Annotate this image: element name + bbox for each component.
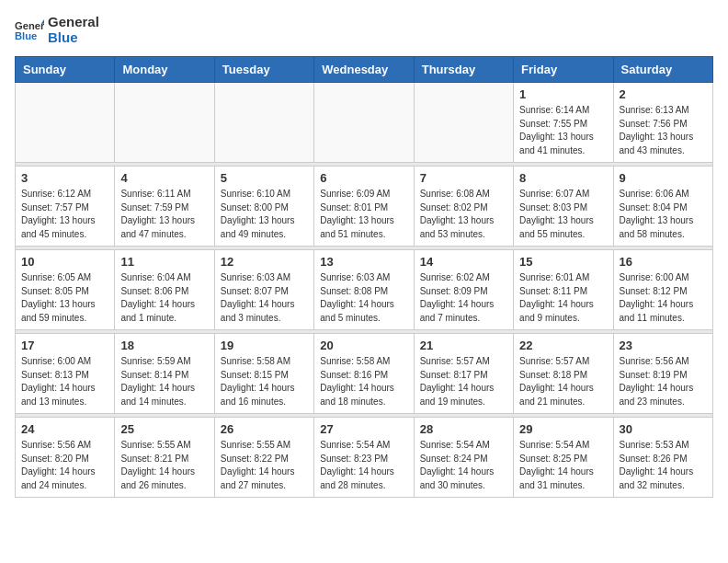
day-number: 3 bbox=[21, 171, 108, 185]
day-info: Sunrise: 6:09 AMSunset: 8:01 PMDaylight:… bbox=[320, 188, 407, 241]
calendar-day-header: Wednesday bbox=[314, 57, 414, 83]
calendar-cell: 11Sunrise: 6:04 AMSunset: 8:06 PMDayligh… bbox=[115, 250, 214, 330]
calendar-cell: 2Sunrise: 6:13 AMSunset: 7:56 PMDaylight… bbox=[613, 83, 712, 163]
day-number: 10 bbox=[21, 255, 108, 269]
calendar-cell: 23Sunrise: 5:56 AMSunset: 8:19 PMDayligh… bbox=[613, 334, 712, 414]
calendar-cell bbox=[16, 83, 115, 163]
day-info: Sunrise: 6:12 AMSunset: 7:57 PMDaylight:… bbox=[21, 188, 108, 241]
day-number: 21 bbox=[420, 339, 507, 352]
day-number: 22 bbox=[519, 339, 607, 352]
day-number: 14 bbox=[420, 255, 507, 269]
calendar-day-header: Saturday bbox=[613, 57, 712, 83]
calendar-week-row: 1Sunrise: 6:14 AMSunset: 7:55 PMDaylight… bbox=[16, 83, 713, 163]
calendar-cell bbox=[115, 83, 214, 163]
calendar-cell: 8Sunrise: 6:07 AMSunset: 8:03 PMDaylight… bbox=[514, 167, 613, 247]
calendar-day-header: Monday bbox=[115, 57, 214, 83]
day-info: Sunrise: 6:03 AMSunset: 8:08 PMDaylight:… bbox=[320, 271, 407, 325]
calendar-cell: 10Sunrise: 6:05 AMSunset: 8:05 PMDayligh… bbox=[16, 250, 115, 330]
calendar-cell: 18Sunrise: 5:59 AMSunset: 8:14 PMDayligh… bbox=[115, 334, 214, 414]
day-number: 15 bbox=[519, 255, 607, 269]
calendar: SundayMondayTuesdayWednesdayThursdayFrid… bbox=[15, 56, 713, 498]
day-number: 20 bbox=[320, 339, 407, 352]
calendar-day-header: Tuesday bbox=[214, 57, 313, 83]
day-info: Sunrise: 6:05 AMSunset: 8:05 PMDaylight:… bbox=[21, 271, 108, 325]
day-number: 5 bbox=[221, 171, 308, 185]
day-info: Sunrise: 6:06 AMSunset: 8:04 PMDaylight:… bbox=[620, 188, 707, 241]
calendar-cell: 7Sunrise: 6:08 AMSunset: 8:02 PMDaylight… bbox=[414, 167, 513, 247]
header: General Blue General Blue bbox=[15, 15, 713, 45]
day-info: Sunrise: 6:07 AMSunset: 8:03 PMDaylight:… bbox=[519, 188, 607, 241]
day-info: Sunrise: 5:53 AMSunset: 8:26 PMDaylight:… bbox=[620, 439, 707, 492]
calendar-week-row: 24Sunrise: 5:56 AMSunset: 8:20 PMDayligh… bbox=[16, 418, 713, 498]
day-info: Sunrise: 5:55 AMSunset: 8:22 PMDaylight:… bbox=[221, 439, 308, 492]
day-info: Sunrise: 5:54 AMSunset: 8:24 PMDaylight:… bbox=[420, 439, 507, 492]
calendar-cell: 13Sunrise: 6:03 AMSunset: 8:08 PMDayligh… bbox=[314, 250, 414, 330]
calendar-cell: 5Sunrise: 6:10 AMSunset: 8:00 PMDaylight… bbox=[214, 167, 313, 247]
day-info: Sunrise: 5:57 AMSunset: 8:17 PMDaylight:… bbox=[420, 355, 507, 408]
calendar-cell: 6Sunrise: 6:09 AMSunset: 8:01 PMDaylight… bbox=[314, 167, 414, 247]
calendar-cell: 21Sunrise: 5:57 AMSunset: 8:17 PMDayligh… bbox=[414, 334, 513, 414]
calendar-cell: 16Sunrise: 6:00 AMSunset: 8:12 PMDayligh… bbox=[613, 250, 712, 330]
day-info: Sunrise: 6:14 AMSunset: 7:55 PMDaylight:… bbox=[519, 104, 607, 157]
day-info: Sunrise: 6:01 AMSunset: 8:11 PMDaylight:… bbox=[519, 271, 607, 325]
day-number: 4 bbox=[120, 171, 208, 185]
calendar-cell: 24Sunrise: 5:56 AMSunset: 8:20 PMDayligh… bbox=[16, 418, 115, 498]
calendar-cell: 4Sunrise: 6:11 AMSunset: 7:59 PMDaylight… bbox=[115, 167, 214, 247]
day-info: Sunrise: 6:13 AMSunset: 7:56 PMDaylight:… bbox=[620, 104, 707, 157]
calendar-week-row: 17Sunrise: 6:00 AMSunset: 8:13 PMDayligh… bbox=[16, 334, 713, 414]
day-number: 12 bbox=[221, 255, 308, 269]
day-number: 24 bbox=[21, 422, 108, 436]
day-number: 19 bbox=[221, 339, 308, 352]
calendar-cell: 26Sunrise: 5:55 AMSunset: 8:22 PMDayligh… bbox=[214, 418, 313, 498]
day-info: Sunrise: 5:58 AMSunset: 8:16 PMDaylight:… bbox=[320, 355, 407, 408]
day-number: 8 bbox=[519, 171, 607, 185]
calendar-cell: 27Sunrise: 5:54 AMSunset: 8:23 PMDayligh… bbox=[314, 418, 414, 498]
day-info: Sunrise: 5:56 AMSunset: 8:19 PMDaylight:… bbox=[620, 355, 707, 408]
svg-text:General: General bbox=[15, 20, 44, 31]
calendar-cell: 20Sunrise: 5:58 AMSunset: 8:16 PMDayligh… bbox=[314, 334, 414, 414]
logo-blue: Blue bbox=[48, 30, 99, 46]
calendar-cell: 17Sunrise: 6:00 AMSunset: 8:13 PMDayligh… bbox=[16, 334, 115, 414]
logo-general: General bbox=[48, 15, 99, 30]
day-info: Sunrise: 5:57 AMSunset: 8:18 PMDaylight:… bbox=[519, 355, 607, 408]
day-info: Sunrise: 6:10 AMSunset: 8:00 PMDaylight:… bbox=[221, 188, 308, 241]
day-number: 30 bbox=[620, 422, 707, 436]
day-info: Sunrise: 6:02 AMSunset: 8:09 PMDaylight:… bbox=[420, 271, 507, 325]
calendar-cell: 14Sunrise: 6:02 AMSunset: 8:09 PMDayligh… bbox=[414, 250, 513, 330]
day-info: Sunrise: 6:08 AMSunset: 8:02 PMDaylight:… bbox=[420, 188, 507, 241]
day-info: Sunrise: 6:03 AMSunset: 8:07 PMDaylight:… bbox=[221, 271, 308, 325]
calendar-cell: 9Sunrise: 6:06 AMSunset: 8:04 PMDaylight… bbox=[613, 167, 712, 247]
calendar-day-header: Sunday bbox=[16, 57, 115, 83]
page: General Blue General Blue SundayMondayTu… bbox=[0, 0, 728, 512]
day-number: 27 bbox=[320, 422, 407, 436]
day-number: 28 bbox=[420, 422, 507, 436]
calendar-day-header: Friday bbox=[514, 57, 613, 83]
day-number: 6 bbox=[320, 171, 407, 185]
calendar-cell: 29Sunrise: 5:54 AMSunset: 8:25 PMDayligh… bbox=[514, 418, 613, 498]
calendar-cell: 1Sunrise: 6:14 AMSunset: 7:55 PMDaylight… bbox=[514, 83, 613, 163]
calendar-cell: 3Sunrise: 6:12 AMSunset: 7:57 PMDaylight… bbox=[16, 167, 115, 247]
day-info: Sunrise: 5:56 AMSunset: 8:20 PMDaylight:… bbox=[21, 439, 108, 492]
calendar-header-row: SundayMondayTuesdayWednesdayThursdayFrid… bbox=[16, 57, 713, 83]
day-info: Sunrise: 5:55 AMSunset: 8:21 PMDaylight:… bbox=[120, 439, 208, 492]
day-number: 25 bbox=[120, 422, 208, 436]
day-number: 18 bbox=[120, 339, 208, 352]
day-number: 29 bbox=[519, 422, 607, 436]
calendar-cell: 12Sunrise: 6:03 AMSunset: 8:07 PMDayligh… bbox=[214, 250, 313, 330]
logo: General Blue General Blue bbox=[15, 15, 99, 45]
day-number: 26 bbox=[221, 422, 308, 436]
calendar-cell: 15Sunrise: 6:01 AMSunset: 8:11 PMDayligh… bbox=[514, 250, 613, 330]
calendar-cell: 28Sunrise: 5:54 AMSunset: 8:24 PMDayligh… bbox=[414, 418, 513, 498]
day-info: Sunrise: 5:54 AMSunset: 8:25 PMDaylight:… bbox=[519, 439, 607, 492]
calendar-cell: 25Sunrise: 5:55 AMSunset: 8:21 PMDayligh… bbox=[115, 418, 214, 498]
calendar-day-header: Thursday bbox=[414, 57, 513, 83]
day-number: 2 bbox=[620, 87, 707, 101]
day-number: 17 bbox=[21, 339, 108, 352]
day-number: 16 bbox=[620, 255, 707, 269]
day-number: 7 bbox=[420, 171, 507, 185]
day-info: Sunrise: 6:00 AMSunset: 8:12 PMDaylight:… bbox=[620, 271, 707, 325]
calendar-cell: 19Sunrise: 5:58 AMSunset: 8:15 PMDayligh… bbox=[214, 334, 313, 414]
day-number: 9 bbox=[620, 171, 707, 185]
calendar-cell: 30Sunrise: 5:53 AMSunset: 8:26 PMDayligh… bbox=[613, 418, 712, 498]
calendar-cell bbox=[314, 83, 414, 163]
